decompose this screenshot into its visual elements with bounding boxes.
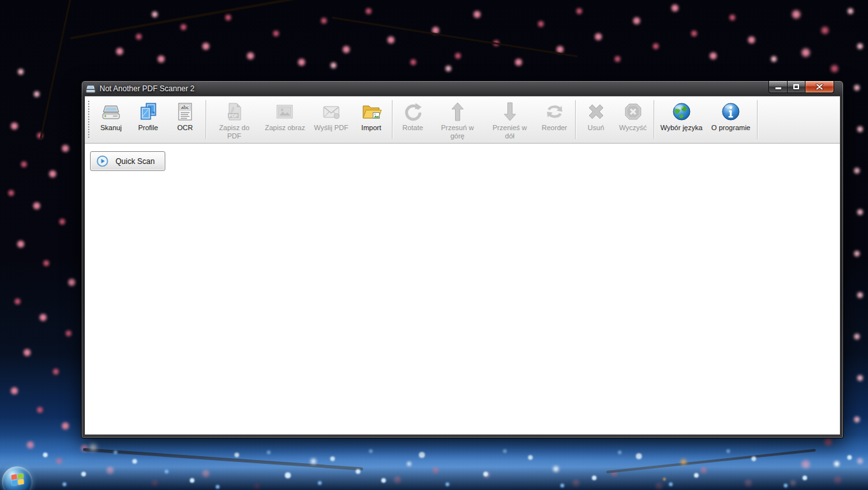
toolbar-button-label: Profile [138, 124, 158, 132]
profiles-pages-icon [137, 101, 159, 122]
close-button[interactable] [805, 81, 834, 93]
toolbar-button-label: Zapisz obraz [265, 124, 305, 132]
toolbar-button-label: Import [361, 124, 381, 132]
svg-text:abc: abc [181, 104, 190, 110]
caption-buttons [768, 81, 834, 93]
toolbar-button-rotate[interactable]: Rotate [394, 99, 431, 133]
scanner-icon [86, 84, 96, 94]
window-client-area: Skanuj Profile [84, 96, 841, 435]
toolbar-separator [206, 100, 206, 139]
move-down-arrow-icon [499, 101, 521, 122]
toolbar-button-label: O programie [712, 124, 751, 132]
toolbar-button-label: Rotate [402, 124, 423, 132]
scanner-icon [100, 101, 122, 122]
toolbar-button-label: Skanuj [100, 124, 122, 132]
toolbar-button-label: Wyślij PDF [314, 124, 348, 132]
title-bar[interactable]: Not Another PDF Scanner 2 [84, 81, 841, 96]
toolbar-button-delete[interactable]: Usuń [578, 99, 615, 133]
clear-octagon-icon [622, 101, 644, 122]
toolbar-grip-handle[interactable] [88, 101, 90, 139]
ocr-document-icon: abc [174, 101, 196, 122]
toolbar-button-label: Zapisz do PDF [213, 124, 256, 140]
window-title: Not Another PDF Scanner 2 [100, 84, 195, 93]
toolbar-button-move-down[interactable]: Przenieś w dół [484, 99, 536, 142]
app-window-naps2: Not Another PDF Scanner 2 [81, 80, 844, 438]
minimize-icon [775, 87, 781, 89]
toolbar-button-label: Wyczyść [619, 124, 647, 132]
quick-scan-label: Quick Scan [116, 157, 154, 166]
toolbar-separator [757, 100, 758, 139]
svg-text:PDF: PDF [229, 114, 239, 118]
toolbar-separator [575, 100, 576, 139]
branch-decoration [40, 0, 72, 139]
branch-decoration [332, 17, 578, 57]
toolbar-button-email-pdf[interactable]: Wyślij PDF [310, 99, 353, 133]
toolbar-button-save-image[interactable]: Zapisz obraz [260, 99, 310, 133]
import-folder-icon [361, 101, 382, 122]
toolbar-button-label: Przesuń w górę [436, 124, 479, 140]
maximize-icon [793, 84, 799, 89]
minimize-button[interactable] [768, 81, 787, 93]
city-lights-decoration [0, 435, 868, 490]
maximize-button[interactable] [787, 81, 805, 93]
email-pdf-icon [320, 101, 342, 122]
delete-x-icon [585, 101, 607, 122]
toolbar-separator [654, 100, 654, 139]
toolbar-button-clear[interactable]: Wyczyść [615, 99, 652, 133]
main-toolbar: Skanuj Profile [85, 96, 840, 144]
move-up-arrow-icon [447, 101, 468, 122]
city-bokeh [0, 0, 1, 1]
toolbar-button-save-pdf[interactable]: PDF Zapisz do PDF [208, 99, 260, 142]
reorder-arrows-icon [544, 101, 565, 122]
toolbar-button-label: OCR [177, 124, 193, 132]
toolbar-separator [392, 100, 393, 139]
save-pdf-icon: PDF [223, 101, 245, 122]
toolbar-button-import[interactable]: Import [353, 99, 390, 133]
play-circle-icon [96, 155, 108, 167]
toolbar-button-label: Przenieś w dół [488, 124, 532, 140]
toolbar-button-about[interactable]: O programie [707, 99, 755, 133]
about-info-icon [720, 101, 742, 122]
toolbar-button-move-up[interactable]: Przesuń w górę [431, 99, 484, 142]
toolbar-button-label: Wybór języka [661, 124, 703, 132]
branch-decoration [70, 0, 341, 40]
save-image-icon [274, 101, 296, 122]
toolbar-button-ocr[interactable]: abc OCR [167, 99, 204, 133]
toolbar-button-reorder[interactable]: Reorder [536, 99, 573, 133]
toolbar-button-scan[interactable]: Skanuj [93, 99, 130, 133]
toolbar-button-label: Reorder [542, 124, 567, 132]
toolbar-button-profiles[interactable]: Profile [130, 99, 167, 133]
language-globe-icon [671, 101, 692, 122]
toolbar-button-label: Usuń [588, 124, 604, 132]
toolbar-button-language[interactable]: Wybór języka [656, 99, 707, 133]
windows-logo-icon [11, 473, 24, 486]
scan-list-area[interactable]: Quick Scan [85, 144, 840, 434]
quick-scan-button[interactable]: Quick Scan [90, 151, 165, 171]
close-icon [816, 84, 823, 90]
rotate-icon [402, 101, 424, 122]
